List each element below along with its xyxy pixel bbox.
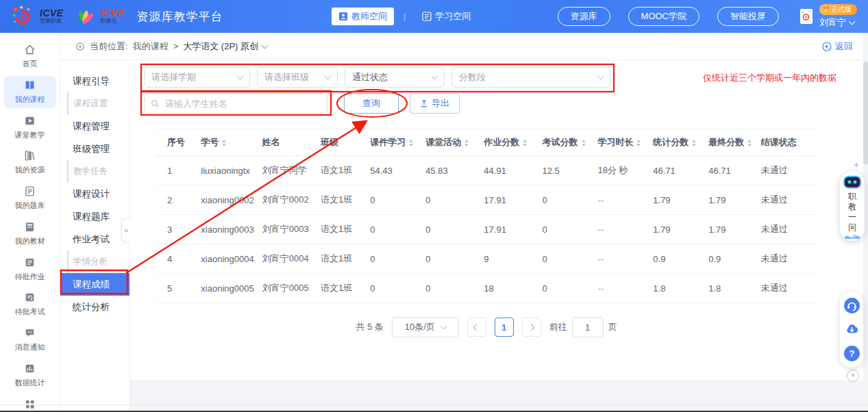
sidebar-item-pending-homework[interactable]: 待批作业	[4, 253, 56, 285]
teacher-space-tab[interactable]: 教师空间	[332, 8, 394, 25]
icve-zhihuizhijiao-logo-icon	[11, 5, 34, 28]
third-party-apps-icon	[24, 398, 36, 410]
sidebar-item-label: 消息通知	[4, 343, 56, 352]
breadcrumb-course-selector[interactable]: 大学语文 (2P) 原创	[183, 40, 267, 53]
user-menu[interactable]: 刘宵宁	[819, 16, 854, 29]
submenu-item-course-grades[interactable]: 课程成绩	[60, 273, 129, 296]
next-page-button[interactable]	[522, 318, 541, 337]
cell-homework-score[interactable]: 44.91	[481, 156, 539, 185]
study-space-tab[interactable]: 学习空间	[415, 8, 478, 25]
cell-exam-score[interactable]: 0	[540, 274, 595, 303]
score-range-select[interactable]: 分数段	[451, 67, 610, 88]
back-circle-icon	[822, 42, 832, 51]
col-header-student-id[interactable]: 学号	[198, 129, 260, 156]
cell-total-score: 1.8	[650, 274, 706, 303]
close-toolbar-icon[interactable]: ×	[847, 370, 859, 382]
sidebar-item-data-statistics[interactable]: 数据统计	[4, 359, 56, 391]
select-placeholder: 请选择学期	[151, 71, 196, 83]
select-placeholder: 分数段	[459, 71, 486, 83]
cell-class-activity[interactable]: 0	[423, 215, 481, 244]
select-placeholder: 通过状态	[352, 71, 388, 83]
study-space-icon	[422, 12, 432, 21]
col-header-total-score[interactable]: 统计分数	[650, 129, 706, 156]
goto-page-input[interactable]	[572, 317, 604, 337]
submenu-item-course-question-bank[interactable]: 课程题库	[60, 205, 129, 228]
submenu-item-class-management[interactable]: 班级管理	[60, 138, 129, 160]
top-links: 资源库MOOC学院智能投屏	[558, 7, 779, 26]
prev-page-button[interactable]	[467, 318, 486, 337]
export-button[interactable]: 导出	[410, 93, 460, 114]
student-name-search[interactable]	[144, 93, 327, 114]
pass-status-select[interactable]: 通过状态	[345, 67, 445, 88]
col-header-exam-score[interactable]: 考试分数	[540, 129, 595, 156]
cell-exam-score[interactable]: 12.5	[540, 156, 595, 185]
semester-select[interactable]: 请选择学期	[144, 67, 250, 88]
col-header-courseware-study[interactable]: 课件学习	[367, 129, 423, 156]
status-badge: 正式版	[819, 4, 857, 15]
cell-homework-score[interactable]: 17.91	[481, 185, 539, 215]
submenu-item-homework-exam[interactable]: 作业考试	[60, 228, 129, 250]
cell-exam-score[interactable]: 0	[540, 244, 595, 274]
current-page-button[interactable]: 1	[495, 318, 514, 337]
cell-class-activity[interactable]: 0	[423, 244, 481, 274]
my-courses-icon	[24, 79, 36, 91]
mooc-college-link[interactable]: MOOC学院	[628, 7, 699, 26]
submenu-item-course-management[interactable]: 课程管理	[60, 115, 129, 138]
cell-class-activity[interactable]: 0	[423, 274, 481, 303]
cell-homework-score[interactable]: 18	[481, 274, 539, 303]
customer-service-icon[interactable]	[843, 297, 860, 314]
sidebar-item-my-courses[interactable]: 我的课程	[4, 76, 56, 108]
sidebar-item-messages[interactable]: 消息通知	[4, 324, 56, 356]
cloud-download-icon[interactable]	[843, 321, 860, 338]
page-size-select[interactable]: 10条/页	[392, 317, 459, 337]
sidebar-item-label: 首页	[4, 60, 56, 69]
cell-courseware-study[interactable]: 0	[367, 185, 423, 215]
submenu-collapse-handle[interactable]: «	[121, 218, 131, 242]
cell-homework-score[interactable]: 17.91	[481, 215, 539, 244]
submenu-item-statistical-analysis[interactable]: 统计分析	[60, 296, 129, 318]
cell-student-id: xiaoning0005	[198, 274, 260, 303]
assistant-widget[interactable]: 职教一问	[840, 171, 865, 241]
sidebar-item-label: 我的资源	[4, 166, 56, 175]
sidebar-item-my-question-bank[interactable]: 我的题库	[4, 182, 56, 214]
col-header-homework-score[interactable]: 作业分数	[481, 129, 539, 156]
data-scope-notice: 仅统计近三个学期或一年内的数据	[703, 72, 836, 84]
submenu-item-course-guide[interactable]: 课程引导	[60, 70, 129, 92]
sidebar-item-home[interactable]: 首页	[4, 40, 56, 73]
sidebar-item-my-textbooks[interactable]: 我的教材	[4, 218, 56, 250]
cell-homework-score[interactable]: 9	[481, 244, 539, 274]
select-placeholder: 请选择班级	[264, 71, 309, 83]
sort-icon	[692, 140, 696, 146]
certificate-doc-icon[interactable]	[799, 8, 813, 25]
search-icon	[151, 99, 160, 108]
smart-cast-link[interactable]: 智能投屏	[717, 7, 779, 26]
sidebar-item-classroom-teaching[interactable]: 课堂教学	[4, 112, 56, 144]
cell-exam-score[interactable]: 0	[540, 215, 595, 244]
cell-exam-score[interactable]: 0	[540, 185, 595, 215]
breadcrumb-root[interactable]: 我的课程	[133, 40, 169, 53]
submenu-item-course-design[interactable]: 课程设计	[60, 183, 129, 205]
col-header-study-duration[interactable]: 学习时长	[595, 129, 650, 156]
back-button[interactable]: 返回	[822, 40, 853, 53]
col-header-final-score[interactable]: 最终分数	[706, 129, 758, 156]
help-icon[interactable]: ?	[843, 345, 860, 362]
col-header-class-activity[interactable]: 课堂活动	[423, 129, 481, 156]
sidebar-item-pending-exams[interactable]: 待批考试	[4, 288, 56, 320]
table-header-row: 序号学号姓名班级课件学习课堂活动作业分数考试分数学习时长统计分数最终分数结课状态	[156, 129, 817, 156]
search-input[interactable]	[164, 98, 321, 110]
scrollbar-thumb[interactable]	[863, 62, 868, 164]
cell-courseware-study[interactable]: 54.43	[367, 156, 423, 185]
cell-courseware-study[interactable]: 0	[367, 215, 423, 244]
cell-courseware-study[interactable]: 0	[367, 274, 423, 303]
resource-library-link[interactable]: 资源库	[558, 7, 610, 26]
cell-class-activity[interactable]: 45.83	[423, 156, 481, 185]
class-select[interactable]: 请选择班级	[257, 67, 338, 88]
cell-class-activity[interactable]: 0	[423, 185, 481, 215]
sidebar-item-my-resources[interactable]: 我的资源	[4, 146, 56, 179]
nav-divider: |	[404, 12, 406, 21]
bottom-divider	[0, 404, 868, 405]
query-button[interactable]: 查询	[344, 93, 399, 114]
sidebar-item-third-party-apps[interactable]: 第三方应用	[4, 395, 56, 412]
cell-courseware-study[interactable]: 0	[367, 244, 423, 274]
sort-icon	[636, 140, 641, 146]
